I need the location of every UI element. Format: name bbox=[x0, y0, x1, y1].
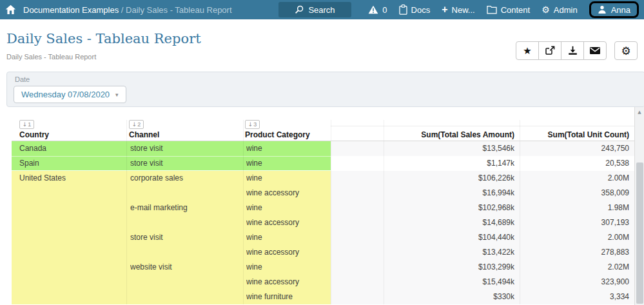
cell-product: wine accessory bbox=[246, 215, 329, 230]
table-row[interactable]: wine accessory$14,689k307,193 bbox=[12, 215, 634, 230]
top-navbar: Documentation Examples / Daily Sales - T… bbox=[0, 0, 644, 19]
report-action-toolbar: ★ ⚙ bbox=[516, 41, 638, 60]
content-label: Content bbox=[501, 5, 531, 15]
cell-sales: $330k bbox=[418, 290, 514, 304]
gear-icon: ⚙ bbox=[542, 5, 550, 14]
nav-alerts[interactable]: 0 bbox=[368, 5, 387, 15]
download-button[interactable] bbox=[561, 41, 584, 60]
nav-new[interactable]: + New... bbox=[442, 5, 474, 15]
cell-product: wine bbox=[246, 201, 329, 215]
cell-product: wine bbox=[246, 230, 329, 245]
cell-product: wine accessory bbox=[246, 186, 329, 201]
breadcrumb-current: Daily Sales - Tableau Report bbox=[126, 5, 232, 15]
cell-channel: e-mail marketing bbox=[130, 201, 241, 215]
cell-sales: $103,299k bbox=[418, 260, 514, 275]
warning-triangle-icon bbox=[368, 5, 378, 14]
cell-sales: $13,546k bbox=[418, 141, 514, 156]
sort-order: 1 bbox=[28, 121, 31, 128]
settings-button[interactable]: ⚙ bbox=[614, 41, 638, 60]
sort-order: 2 bbox=[137, 121, 141, 128]
cell-sales: $15,494k bbox=[418, 275, 514, 290]
numeric-header-topline bbox=[331, 126, 634, 126]
column-header-sales-amount[interactable]: Sum(Total Sales Amount) bbox=[421, 130, 514, 141]
cell-country bbox=[19, 230, 126, 245]
table-row[interactable]: website visitwine$103,299k2.02M bbox=[12, 260, 634, 275]
plus-icon: + bbox=[442, 5, 447, 14]
cell-sales: $104,440k bbox=[418, 230, 514, 245]
breadcrumb: Documentation Examples / Daily Sales - T… bbox=[5, 0, 232, 19]
vertical-scrollbar[interactable]: ▲ bbox=[634, 107, 644, 305]
breadcrumb-separator: / bbox=[121, 5, 124, 15]
sort-arrow-icon: ↓ bbox=[23, 121, 28, 128]
table-row[interactable]: wine accessory$15,494k323,900 bbox=[12, 275, 634, 290]
folder-icon bbox=[487, 5, 497, 14]
cell-sales: $16,994k bbox=[418, 186, 514, 201]
column-header-channel[interactable]: Channel bbox=[129, 130, 159, 141]
cell-channel bbox=[130, 215, 241, 230]
breadcrumb-section-link[interactable]: Documentation Examples bbox=[23, 5, 119, 15]
cell-units: 243,750 bbox=[532, 141, 629, 156]
cell-country bbox=[19, 215, 126, 230]
table-row[interactable]: United Statescorporate saleswine$106,226… bbox=[12, 171, 634, 186]
cell-country bbox=[19, 260, 126, 275]
favorite-button[interactable]: ★ bbox=[516, 41, 539, 60]
cell-product: wine accessory bbox=[246, 275, 329, 290]
column-header-country[interactable]: Country bbox=[19, 130, 49, 141]
cell-units: 278,883 bbox=[532, 245, 629, 260]
cell-channel: corporate sales bbox=[130, 171, 241, 186]
table-row[interactable]: wine accessory$16,994k358,009 bbox=[12, 186, 634, 201]
download-icon bbox=[568, 46, 578, 55]
table-row[interactable]: wine accessory$13,422k278,883 bbox=[12, 245, 634, 260]
cell-channel: store visit bbox=[130, 230, 241, 245]
cell-channel: store visit bbox=[130, 156, 241, 171]
scrollbar-thumb[interactable] bbox=[636, 162, 643, 304]
cell-channel: store visit bbox=[130, 141, 241, 156]
alert-count: 0 bbox=[382, 5, 387, 15]
date-filter-dropdown[interactable]: Wednesday 07/08/2020 ▾ bbox=[14, 86, 126, 103]
date-filter-value: Wednesday 07/08/2020 bbox=[21, 90, 110, 99]
user-icon bbox=[598, 5, 607, 14]
table-row[interactable]: store visitwine$104,440k2.00M bbox=[12, 230, 634, 245]
email-button[interactable] bbox=[583, 41, 607, 60]
table-row[interactable]: Canadastore visitwine$13,546k243,750 bbox=[12, 141, 634, 156]
admin-label: Admin bbox=[554, 5, 578, 15]
app-window: Documentation Examples / Daily Sales - T… bbox=[0, 0, 644, 305]
cell-product: wine accessory bbox=[246, 245, 329, 260]
table-row[interactable]: Spainstore visitwine$1,147k20,538 bbox=[12, 156, 634, 171]
cell-channel bbox=[130, 245, 241, 260]
cell-sales: $1,147k bbox=[418, 156, 514, 171]
cell-sales: $106,226k bbox=[418, 171, 514, 186]
report-table: ↓1 ↓2 ↓3 Country Channel Product Categor… bbox=[12, 110, 634, 305]
envelope-icon bbox=[590, 47, 600, 54]
nav-docs[interactable]: Docs bbox=[399, 5, 431, 15]
sort-badge-2[interactable]: ↓2 bbox=[129, 120, 144, 129]
home-icon[interactable] bbox=[5, 5, 16, 15]
cell-sales: $102,968k bbox=[418, 201, 514, 215]
scroll-up-arrow-icon[interactable]: ▲ bbox=[635, 108, 644, 116]
cell-units: 2.00M bbox=[532, 171, 629, 186]
table-row[interactable]: e-mail marketingwine$102,968k1.98M bbox=[12, 201, 634, 215]
cell-units: 307,193 bbox=[532, 215, 629, 230]
search-button[interactable]: Search bbox=[278, 2, 351, 17]
nav-user-menu[interactable]: Anna bbox=[589, 1, 639, 18]
search-icon bbox=[295, 5, 304, 14]
share-button[interactable] bbox=[538, 41, 561, 60]
cell-units: 20,538 bbox=[532, 156, 629, 171]
cell-country bbox=[19, 290, 126, 304]
date-filter-label: Date bbox=[15, 75, 30, 83]
cell-units: 323,900 bbox=[532, 275, 629, 290]
docs-label: Docs bbox=[411, 5, 431, 15]
table-row[interactable]: wine furniture$330k3,334 bbox=[12, 290, 634, 304]
nav-content[interactable]: Content bbox=[487, 5, 531, 15]
cell-country: United States bbox=[19, 171, 126, 186]
cell-units: 2.02M bbox=[532, 260, 629, 275]
sort-badge-1[interactable]: ↓1 bbox=[19, 120, 34, 129]
sort-badge-3[interactable]: ↓3 bbox=[245, 120, 260, 129]
cell-country: Canada bbox=[19, 141, 126, 156]
column-header-unit-count[interactable]: Sum(Total Unit Count) bbox=[548, 130, 629, 141]
share-icon bbox=[545, 46, 555, 55]
column-header-product-category[interactable]: Product Category bbox=[245, 130, 310, 141]
cell-country bbox=[19, 201, 126, 215]
nav-admin[interactable]: ⚙ Admin bbox=[542, 5, 577, 15]
cell-sales: $14,689k bbox=[418, 215, 514, 230]
